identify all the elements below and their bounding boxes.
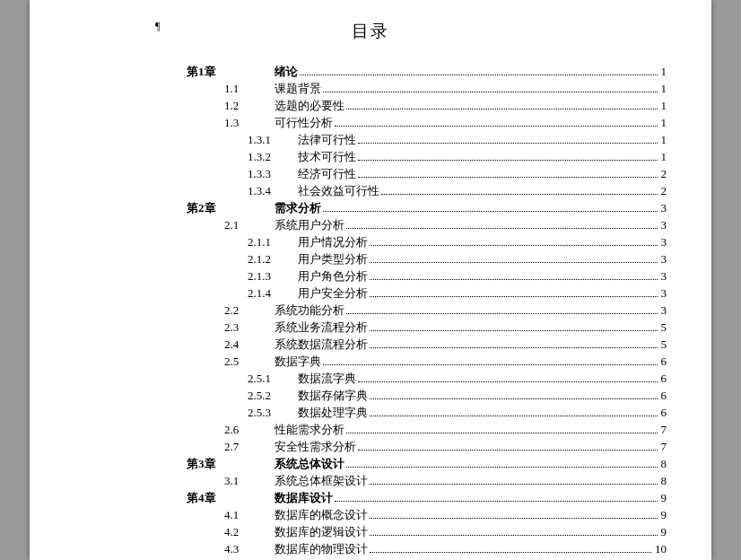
toc-entry-page: 2 [659,182,667,199]
toc-entry-text: 需求分析 [275,199,321,216]
toc-entry-page: 1 [659,131,667,148]
toc-entry[interactable]: 2.3系统业务流程分析5 [187,319,667,336]
toc-entry-text: 数据存储字典 [298,387,368,404]
toc-entry-number: 2.1.1 [248,233,298,250]
paragraph-mark: ¶ [155,20,160,33]
toc-entry[interactable]: 1.3.1法律可行性1 [187,131,667,148]
toc-entry-text: 绪论 [275,63,298,80]
toc-entry-page: 6 [659,370,667,387]
toc-entry[interactable]: 1.1课题背景1 [187,80,667,97]
toc-leader-dots [370,279,658,280]
toc-entry-number: 第3章 [187,455,275,472]
toc-entry[interactable]: 4.3数据库的物理设计10 [187,540,667,557]
toc-entry[interactable]: 2.4系统数据流程分析5 [187,336,667,353]
toc-entry-text: 系统用户分析 [275,216,344,233]
toc-entry-text: 数据流字典 [298,370,356,387]
toc-leader-dots [370,330,658,331]
toc-entry[interactable]: 3.1系统总体框架设计8 [187,472,667,489]
toc-entry-text: 性能需求分析 [275,421,344,438]
toc-entry-text: 系统总体框架设计 [275,472,368,489]
toc-entry-text: 可行性分析 [275,114,333,131]
toc-entry-text: 用户角色分析 [298,267,368,284]
toc-leader-dots [370,296,658,297]
toc-entry-number: 2.5.1 [248,370,298,387]
toc-entry[interactable]: 1.3.2技术可行性1 [187,148,667,165]
toc-leader-dots [358,160,658,161]
toc-leader-dots [346,467,658,468]
toc-entry-text: 用户类型分析 [298,250,368,267]
toc-entry[interactable]: 2.1系统用户分析3 [187,216,667,233]
toc-entry[interactable]: 1.3.4社会效益可行性2 [187,182,667,199]
toc-leader-dots [370,484,658,485]
toc-entry-page: 5 [659,319,667,336]
toc-entry-number: 2.2 [224,302,275,319]
toc-leader-dots [346,228,658,229]
toc-entry-page: 9 [659,506,667,523]
toc-entry[interactable]: 2.6性能需求分析7 [187,421,667,438]
toc-title: 目录 [30,20,711,43]
toc-entry-page: 1 [659,97,667,114]
toc-entry-number: 2.7 [224,438,275,455]
toc-entry-number: 4.2 [224,523,275,540]
toc-leader-dots [323,364,658,365]
toc-entry-text: 数据字典 [275,353,321,370]
toc-entry-text: 数据库的物理设计 [275,540,368,557]
toc-entry-text: 技术可行性 [298,148,356,165]
toc-leader-dots [370,245,658,246]
toc-leader-dots [335,126,658,127]
toc-entry-number: 1.3.3 [248,165,298,182]
toc-entry-text: 用户情况分析 [298,233,368,250]
toc-entry[interactable]: 2.1.3用户角色分析3 [187,267,667,284]
toc-entry[interactable]: 2.2系统功能分析3 [187,302,667,319]
toc-entry-page: 3 [659,302,667,319]
toc-entry[interactable]: 1.2选题的必要性1 [187,97,667,114]
toc-entry-page: 3 [659,250,667,267]
toc-entry[interactable]: 2.5.2数据存储字典6 [187,387,667,404]
toc-entry-page: 6 [659,387,667,404]
toc-entry-page: 1 [659,80,667,97]
toc-entry[interactable]: 2.1.2用户类型分析3 [187,250,667,267]
toc-leader-dots [370,535,658,536]
toc-entry[interactable]: 2.1.1用户情况分析3 [187,233,667,250]
toc-entry-page: 3 [659,199,667,216]
toc-entry-number: 第1章 [187,63,275,80]
toc-entry-text: 课题背景 [275,80,321,97]
toc-entry-number: 2.1.4 [248,284,298,302]
toc-leader-dots [370,552,651,553]
toc-entry[interactable]: 2.5.1数据流字典6 [187,370,667,387]
toc-entry-text: 数据库的逻辑设计 [275,523,368,540]
toc-entry-text: 数据库的概念设计 [275,506,368,523]
document-page: ¶ 目录 第1章绪论11.1课题背景11.2选题的必要性11.3可行性分析11.… [30,0,711,560]
toc-entry[interactable]: 2.5.3数据处理字典6 [187,404,667,421]
toc-entry-number: 第4章 [187,489,275,506]
toc-entry-number: 1.1 [224,80,275,97]
toc-entry-page: 9 [659,489,667,506]
toc-leader-dots [358,143,658,144]
toc-entry[interactable]: 2.5数据字典6 [187,353,667,370]
toc-entry-page: 8 [659,472,667,489]
toc-leader-dots [323,92,658,92]
toc-entry[interactable]: 第3章系统总体设计8 [187,455,667,472]
toc-entry[interactable]: 第1章绪论1 [187,63,667,80]
toc-entry-text: 用户安全分析 [298,284,368,302]
toc-leader-dots [370,518,658,519]
toc-entry-text: 系统业务流程分析 [275,319,368,336]
toc-entry[interactable]: 4.1数据库的概念设计9 [187,506,667,523]
toc-entry[interactable]: 第4章数据库设计9 [187,489,667,506]
toc-entry-number: 1.3 [224,114,275,131]
toc-entry-number: 1.3.1 [248,131,298,148]
toc-leader-dots [346,433,658,433]
toc-entry-number: 4.3 [224,540,275,557]
toc-leader-dots [335,501,658,502]
toc-entry[interactable]: 4.2数据库的逻辑设计9 [187,523,667,540]
toc-entry-page: 6 [659,353,667,370]
toc-entry-number: 2.4 [224,336,275,353]
toc-entry-text: 选题的必要性 [275,97,344,114]
toc-entry[interactable]: 1.3可行性分析1 [187,114,667,131]
toc-entry[interactable]: 2.1.4用户安全分析3 [187,284,667,302]
toc-entry-text: 系统总体设计 [275,455,344,472]
toc-entry[interactable]: 1.3.3经济可行性2 [187,165,667,182]
toc-entry-page: 1 [659,114,667,131]
toc-entry[interactable]: 第2章需求分析3 [187,199,667,216]
toc-entry[interactable]: 2.7安全性需求分析7 [187,438,667,455]
